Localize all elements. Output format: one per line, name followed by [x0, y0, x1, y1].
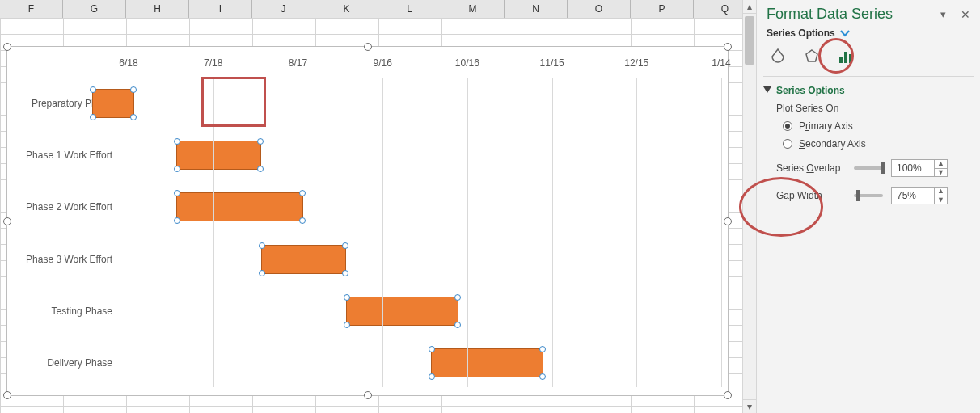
x-axis-tick-label: 11/15	[540, 57, 564, 69]
chart-row: Phase 1 Work Effort	[7, 129, 720, 181]
series-selection-handle[interactable]	[299, 190, 306, 196]
chart-row: Preparatory Phase	[7, 78, 720, 129]
series-selection-handle[interactable]	[344, 322, 350, 328]
pane-title: Format Data Series	[767, 6, 893, 23]
vertical-gridline	[213, 78, 214, 387]
svg-rect-1	[839, 57, 843, 63]
gap-width-spinner[interactable]: 75% ▲▼	[891, 187, 948, 204]
data-bar[interactable]	[346, 297, 459, 326]
data-bar[interactable]	[176, 192, 303, 221]
divider	[763, 76, 974, 77]
series-overlap-label: Series Overlap	[776, 162, 846, 174]
primary-axis-label: Primary Axis	[799, 120, 853, 132]
column-header[interactable]: J	[252, 0, 315, 18]
series-overlap-spinner[interactable]: 100% ▲▼	[891, 159, 948, 177]
gap-width-label: Gap Width	[776, 190, 846, 201]
series-selection-handle[interactable]	[344, 294, 350, 301]
column-header[interactable]: I	[189, 0, 252, 18]
close-icon[interactable]: ✕	[961, 8, 970, 21]
effects-icon[interactable]	[800, 45, 823, 68]
vertical-gridline	[382, 78, 383, 387]
svg-rect-2	[844, 52, 847, 63]
svg-marker-4	[763, 86, 771, 93]
column-header[interactable]: F	[0, 0, 63, 18]
pane-menu-icon[interactable]: ▾	[940, 8, 946, 20]
data-bar[interactable]	[261, 245, 346, 274]
series-overlap-row: Series Overlap 100% ▲▼	[776, 154, 970, 182]
vertical-gridline	[721, 78, 722, 387]
y-axis-category-label: Phase 3 Work Effort	[7, 234, 120, 285]
x-axis-tick-label: 8/17	[289, 57, 307, 69]
series-selection-handle[interactable]	[90, 86, 96, 93]
series-selection-handle[interactable]	[174, 138, 180, 145]
column-header[interactable]: H	[126, 0, 189, 18]
column-header[interactable]: N	[505, 0, 568, 18]
series-selection-handle[interactable]	[130, 86, 137, 93]
column-header[interactable]: M	[441, 0, 505, 18]
vertical-gridline	[467, 78, 468, 387]
chart-row: Testing Phase	[7, 285, 720, 337]
series-selection-handle[interactable]	[539, 346, 546, 352]
gap-width-slider[interactable]	[854, 194, 883, 197]
series-selection-handle[interactable]	[257, 166, 264, 172]
scroll-thumb[interactable]	[745, 16, 754, 65]
series-selection-handle[interactable]	[257, 138, 264, 145]
spin-down-icon[interactable]: ▼	[935, 196, 947, 204]
vertical-gridline	[129, 78, 129, 387]
series-overlap-slider[interactable]	[854, 166, 883, 170]
column-header[interactable]: P	[631, 0, 694, 18]
spin-up-icon[interactable]: ▲	[935, 188, 947, 196]
data-bar[interactable]	[176, 141, 261, 170]
series-selection-handle[interactable]	[539, 373, 546, 380]
series-selection-handle[interactable]	[174, 166, 180, 172]
series-selection-handle[interactable]	[259, 270, 265, 276]
column-header[interactable]: O	[568, 0, 631, 18]
pane-subheader-label: Series Options	[767, 27, 835, 39]
chart-object[interactable]: 6/187/188/179/1610/1611/1512/151/14 Prep…	[6, 46, 729, 396]
series-selection-handle[interactable]	[130, 114, 137, 120]
x-axis-tick-label: 6/18	[119, 57, 137, 69]
plot-area[interactable]: 6/187/188/179/1610/1611/1512/151/14 Prep…	[129, 57, 720, 387]
x-axis-tick-label: 12/15	[624, 57, 648, 69]
group-header-series-options[interactable]: Series Options	[757, 83, 980, 101]
radio-icon	[783, 121, 792, 131]
column-header[interactable]: K	[315, 0, 378, 18]
fill-and-line-icon[interactable]	[767, 45, 789, 68]
y-axis-category-label: Delivery Phase	[7, 337, 120, 389]
series-selection-handle[interactable]	[454, 294, 461, 301]
gap-width-value: 75%	[892, 188, 934, 204]
spin-up-icon[interactable]: ▲	[935, 160, 947, 169]
series-selection-handle[interactable]	[429, 373, 435, 380]
x-axis-tick-label: 10/16	[455, 57, 479, 69]
option-category-icons	[757, 45, 980, 76]
series-selection-handle[interactable]	[90, 114, 96, 120]
series-selection-handle[interactable]	[299, 217, 306, 224]
series-selection-handle[interactable]	[454, 322, 461, 328]
scroll-up-button[interactable]: ▴	[743, 0, 756, 14]
collapse-triangle-icon	[763, 86, 771, 95]
vertical-gridline	[552, 78, 553, 387]
vertical-scrollbar[interactable]: ▴ ▾	[742, 0, 756, 413]
series-selection-handle[interactable]	[259, 242, 265, 249]
series-selection-handle[interactable]	[429, 346, 435, 352]
series-selection-handle[interactable]	[174, 190, 180, 196]
column-header[interactable]: G	[63, 0, 126, 18]
series-options-icon[interactable]	[834, 45, 857, 68]
x-axis-tick-label: 1/14	[712, 57, 730, 69]
format-data-series-pane: Format Data Series ▾ ✕ Series Options Se…	[756, 0, 980, 413]
pane-subheader[interactable]: Series Options	[757, 26, 980, 45]
spin-down-icon[interactable]: ▼	[935, 169, 947, 177]
column-headers: FGHIJKLMNOPQ	[0, 0, 756, 18]
chart-row: Phase 2 Work Effort	[7, 181, 720, 233]
column-header[interactable]: L	[378, 0, 441, 18]
data-bar[interactable]	[431, 348, 544, 377]
series-selection-handle[interactable]	[174, 217, 180, 224]
scroll-down-button[interactable]: ▾	[743, 399, 756, 413]
y-axis-category-label: Phase 2 Work Effort	[7, 181, 120, 233]
primary-axis-radio[interactable]: Primary Axis	[776, 119, 970, 137]
secondary-axis-radio[interactable]: Secondary Axis	[776, 137, 970, 154]
gap-width-row: Gap Width 75% ▲▼	[776, 182, 970, 209]
y-axis-category-label: Phase 1 Work Effort	[7, 129, 120, 181]
series-selection-handle[interactable]	[342, 270, 348, 276]
series-selection-handle[interactable]	[342, 242, 348, 249]
